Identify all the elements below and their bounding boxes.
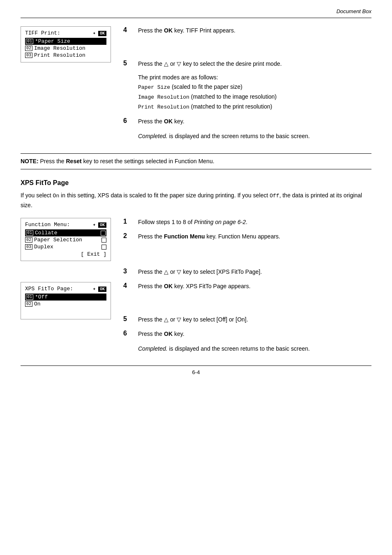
xps-step-3-num: 3 bbox=[123, 268, 131, 276]
tiff-step-5-text: Press the △ or ▽ key to select the the d… bbox=[138, 60, 282, 68]
xps-step-5: 5 Press the △ or ▽ key to select [Off] o… bbox=[123, 315, 371, 324]
xps-exit-row: [ Exit ] bbox=[25, 251, 106, 257]
xps-ftp-row-1: 01 *Off bbox=[25, 294, 106, 301]
ok-badge-xps: OK bbox=[98, 222, 106, 228]
tiff-steps: 4 Press the OK key. TIFF Print appears. … bbox=[123, 26, 371, 147]
tiff-step-4-text: Press the OK key. TIFF Print appears. bbox=[138, 26, 235, 35]
ok-badge-xps2: OK bbox=[98, 287, 106, 292]
tiff-row-3-num: 03 bbox=[25, 53, 32, 58]
xps-step-2: 2 Press the Function Menu key. Function … bbox=[123, 232, 371, 241]
xps-func-row-3: 03 Duplex bbox=[25, 243, 106, 250]
tiff-step-4: 4 Press the OK key. TIFF Print appears. bbox=[123, 26, 371, 35]
tiff-row-2-num: 02 bbox=[25, 46, 32, 51]
page-footer: 6-4 bbox=[21, 365, 371, 375]
xps-function-lcd-title-row: Function Menu: ✦OK bbox=[25, 222, 106, 228]
xps-step-5-num: 5 bbox=[123, 315, 131, 324]
page-header: Document Box bbox=[21, 8, 371, 18]
xps-fittopage-lcd-container: XPS FitTo Page: ✦OK 01 *Off 02 On bbox=[21, 282, 111, 319]
print-mode-2: Image Resolution (matched to the image r… bbox=[138, 92, 371, 102]
xps-step-2-num: 2 bbox=[123, 232, 131, 241]
print-modes-desc: The print modes are as follows: Paper Si… bbox=[138, 74, 371, 111]
xps-step-3: 3 Press the △ or ▽ key to select [XPS Fi… bbox=[123, 268, 371, 276]
xps-step-1-text: Follow steps 1 to 8 of Printing on page … bbox=[138, 218, 247, 227]
xps-step-3-text: Press the △ or ▽ key to select [XPS FitT… bbox=[138, 268, 262, 276]
tiff-nav-icon: ✦OK bbox=[93, 30, 106, 36]
xps-ftp-spacer bbox=[25, 308, 106, 316]
xps-function-lcd-container: Function Menu: ✦OK 01 Collate 02 Paper S… bbox=[21, 218, 111, 261]
xps-func-row-2-label: Paper Selection bbox=[34, 237, 82, 243]
xps-step-4-num: 4 bbox=[123, 282, 131, 291]
xps-steps-4-6: 4 Press the OK key. XPS FitTo Page appea… bbox=[123, 282, 371, 353]
tiff-row-3: 03 Print Resolution bbox=[25, 52, 106, 59]
tiff-lcd-title-row: TIFF Print: ✦OK bbox=[25, 30, 106, 36]
xps-func-row-1: 01 Collate bbox=[25, 229, 106, 236]
xps-function-nav-icon: ✦OK bbox=[93, 222, 106, 228]
tiff-step-6: 6 Press the OK key. bbox=[123, 117, 371, 126]
tiff-step-4-num: 4 bbox=[123, 26, 131, 35]
xps-fittopage-lcd-title-row: XPS FitTo Page: ✦OK bbox=[25, 286, 106, 292]
ok-badge: OK bbox=[98, 31, 106, 36]
xps-step-1: 1 Follow steps 1 to 8 of Printing on pag… bbox=[123, 218, 371, 227]
xps-func-row-1-label: Collate bbox=[35, 230, 58, 236]
page-number: 6-4 bbox=[192, 369, 200, 375]
xps-func-row-3-label: Duplex bbox=[34, 244, 53, 250]
xps-func-row-2-check bbox=[100, 237, 106, 243]
header-title: Document Box bbox=[337, 8, 371, 14]
xps-ftp-row-1-num: 01 bbox=[26, 294, 33, 300]
xps-step-6-text: Press the OK key. bbox=[138, 330, 184, 338]
xps-function-lcd-title: Function Menu: bbox=[25, 222, 70, 228]
arrow-icon: ✦ bbox=[93, 30, 96, 36]
xps-func-row-2: 02 Paper Selection bbox=[25, 236, 106, 243]
xps-func-row-3-check bbox=[100, 244, 106, 250]
print-mode-3: Print Resolution (matched to the print r… bbox=[138, 102, 371, 112]
xps-func-row-3-num: 03 bbox=[25, 244, 32, 250]
xps-function-menu-section: Function Menu: ✦OK 01 Collate 02 Paper S… bbox=[21, 218, 371, 261]
xps-fittopage-section: XPS FitTo Page: ✦OK 01 *Off 02 On 4 bbox=[21, 282, 371, 353]
print-modes-intro: The print modes are as follows: bbox=[138, 74, 371, 81]
xps-intro: If you select On in this setting, XPS da… bbox=[21, 191, 371, 210]
tiff-row-1: 01 *Paper Size bbox=[25, 38, 106, 45]
tiff-row-3-label: Print Resolution bbox=[34, 52, 85, 58]
tiff-row-1-label: *Paper Size bbox=[35, 38, 70, 44]
tiff-step-5-num: 5 bbox=[123, 60, 131, 68]
xps-step-4-text: Press the OK key. XPS FitTo Page appears… bbox=[138, 282, 251, 291]
arrow-icon-xps: ✦ bbox=[93, 222, 96, 228]
xps-function-lcd-box: Function Menu: ✦OK 01 Collate 02 Paper S… bbox=[21, 218, 111, 261]
print-mode-1: Paper Size (scaled to fit the paper size… bbox=[138, 82, 371, 92]
tiff-step-5: 5 Press the △ or ▽ key to select the the… bbox=[123, 60, 371, 68]
xps-completed: Completed. is displayed and the screen r… bbox=[138, 344, 371, 353]
tiff-section: TIFF Print: ✦OK 01 *Paper Size 02 Image … bbox=[21, 26, 371, 147]
tiff-lcd-box: TIFF Print: ✦OK 01 *Paper Size 02 Image … bbox=[21, 26, 111, 62]
xps-step-2-text: Press the Function Menu key. Function Me… bbox=[138, 232, 280, 241]
xps-ftp-row-2-num: 02 bbox=[25, 301, 32, 307]
xps-step-6-num: 6 bbox=[123, 330, 131, 338]
tiff-row-1-num: 01 bbox=[26, 39, 33, 44]
tiff-row-2: 02 Image Resolution bbox=[25, 45, 106, 52]
xps-fittopage-lcd-box: XPS FitTo Page: ✦OK 01 *Off 02 On bbox=[21, 282, 111, 319]
xps-step-6: 6 Press the OK key. bbox=[123, 330, 371, 338]
arrow-icon-xps2: ✦ bbox=[93, 286, 96, 292]
tiff-step-6-text: Press the OK key. bbox=[138, 117, 184, 126]
xps-ftp-row-1-label: *Off bbox=[35, 294, 48, 300]
xps-section-title: XPS FitTo Page bbox=[21, 179, 371, 187]
xps-step-3-wrapper: 3 Press the △ or ▽ key to select [XPS Fi… bbox=[123, 268, 371, 276]
tiff-lcd-container: TIFF Print: ✦OK 01 *Paper Size 02 Image … bbox=[21, 26, 111, 62]
tiff-lcd-title: TIFF Print: bbox=[25, 30, 60, 36]
tiff-completed: Completed. is displayed and the screen r… bbox=[138, 132, 371, 141]
xps-steps-1-2: 1 Follow steps 1 to 8 of Printing on pag… bbox=[123, 218, 371, 247]
xps-step-5-text: Press the △ or ▽ key to select [Off] or … bbox=[138, 315, 248, 324]
xps-func-row-1-num: 01 bbox=[26, 230, 33, 236]
xps-func-row-2-num: 02 bbox=[25, 237, 32, 243]
note-label: NOTE: Press the Reset key to reset the s… bbox=[21, 158, 214, 164]
xps-ftp-row-2-label: On bbox=[34, 301, 41, 307]
xps-ftp-row-2: 02 On bbox=[25, 301, 106, 308]
xps-fittopage-nav-icon: ✦OK bbox=[93, 286, 106, 292]
tiff-step-6-num: 6 bbox=[123, 117, 131, 126]
xps-step-4: 4 Press the OK key. XPS FitTo Page appea… bbox=[123, 282, 371, 291]
tiff-row-2-label: Image Resolution bbox=[34, 45, 85, 51]
xps-func-row-1-check bbox=[99, 230, 106, 236]
xps-fittopage-lcd-title: XPS FitTo Page: bbox=[25, 286, 73, 292]
tiff-note-box: NOTE: Press the Reset key to reset the s… bbox=[21, 153, 371, 169]
xps-step-1-num: 1 bbox=[123, 218, 131, 227]
